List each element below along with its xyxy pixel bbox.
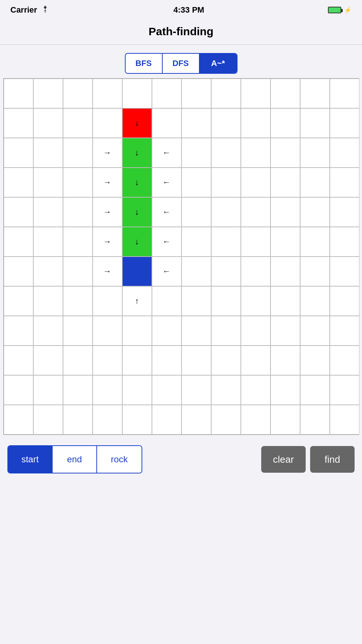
grid-cell[interactable] <box>241 79 270 108</box>
grid-cell[interactable] <box>270 227 300 257</box>
algo-btn-dfs[interactable]: DFS <box>163 54 200 73</box>
grid-cell[interactable] <box>33 405 63 435</box>
grid-cell[interactable] <box>241 168 270 197</box>
grid-cell[interactable] <box>182 79 211 108</box>
pathfinding-grid[interactable]: ↓→↓←→↓←→↓←→↓←→←↑ <box>3 78 359 435</box>
grid-cell[interactable] <box>270 346 300 375</box>
grid-cell[interactable] <box>4 375 33 405</box>
grid-cell[interactable] <box>182 138 211 168</box>
grid-cell[interactable] <box>122 405 152 435</box>
grid-cell[interactable] <box>152 79 182 108</box>
grid-cell[interactable]: ← <box>152 197 182 227</box>
grid-cell[interactable] <box>330 405 359 435</box>
grid-cell[interactable] <box>270 79 300 108</box>
grid-cell[interactable] <box>211 346 241 375</box>
grid-cell[interactable] <box>33 138 63 168</box>
algo-btn-astar[interactable]: A~* <box>200 54 237 73</box>
grid-cell[interactable] <box>152 375 182 405</box>
grid-cell[interactable] <box>270 108 300 138</box>
grid-cell[interactable] <box>182 316 211 346</box>
grid-cell[interactable] <box>182 168 211 197</box>
grid-cell[interactable] <box>241 346 270 375</box>
grid-cell[interactable] <box>330 197 359 227</box>
grid-cell[interactable] <box>300 108 330 138</box>
grid-cell[interactable] <box>152 108 182 138</box>
grid-cell[interactable] <box>33 257 63 286</box>
grid-cell[interactable] <box>211 316 241 346</box>
grid-cell[interactable] <box>211 227 241 257</box>
grid-cell[interactable]: → <box>93 197 122 227</box>
grid-cell[interactable] <box>122 346 152 375</box>
grid-cell[interactable] <box>4 316 33 346</box>
grid-cell[interactable] <box>93 405 122 435</box>
mode-btn-rock[interactable]: rock <box>97 446 142 473</box>
clear-button[interactable]: clear <box>261 446 306 473</box>
grid-cell[interactable]: ↓ <box>122 138 152 168</box>
grid-cell[interactable] <box>122 316 152 346</box>
grid-cell[interactable] <box>63 138 93 168</box>
grid-cell[interactable] <box>330 257 359 286</box>
grid-cell[interactable] <box>270 138 300 168</box>
grid-cell[interactable] <box>4 108 33 138</box>
grid-cell[interactable] <box>300 346 330 375</box>
find-button[interactable]: find <box>310 446 355 473</box>
grid-cell[interactable]: ← <box>152 168 182 197</box>
grid-cell[interactable] <box>152 316 182 346</box>
grid-cell[interactable] <box>152 286 182 316</box>
grid-cell[interactable] <box>270 168 300 197</box>
grid-cell[interactable]: ↓ <box>122 227 152 257</box>
grid-cell[interactable] <box>300 168 330 197</box>
grid-cell[interactable] <box>63 197 93 227</box>
grid-cell[interactable] <box>330 138 359 168</box>
grid-cell[interactable]: ↓ <box>122 197 152 227</box>
grid-cell[interactable]: → <box>93 138 122 168</box>
grid-cell[interactable] <box>300 197 330 227</box>
grid-cell[interactable] <box>211 286 241 316</box>
grid-cell[interactable] <box>63 375 93 405</box>
grid-cell[interactable] <box>182 405 211 435</box>
grid-cell[interactable] <box>330 286 359 316</box>
grid-cell[interactable] <box>93 346 122 375</box>
grid-cell[interactable] <box>33 227 63 257</box>
grid-cell[interactable] <box>33 168 63 197</box>
grid-cell[interactable] <box>270 197 300 227</box>
grid-cell[interactable]: ← <box>152 257 182 286</box>
grid-cell[interactable] <box>270 405 300 435</box>
grid-cell[interactable] <box>330 168 359 197</box>
grid-cell[interactable] <box>241 197 270 227</box>
grid-cell[interactable] <box>330 79 359 108</box>
grid-cell[interactable] <box>241 375 270 405</box>
grid-cell[interactable]: → <box>93 227 122 257</box>
grid-cell[interactable] <box>122 257 152 286</box>
grid-cell[interactable] <box>63 346 93 375</box>
grid-cell[interactable] <box>4 138 33 168</box>
grid-cell[interactable] <box>270 316 300 346</box>
grid-cell[interactable] <box>241 405 270 435</box>
grid-cell[interactable] <box>182 227 211 257</box>
grid-cell[interactable] <box>182 286 211 316</box>
grid-cell[interactable] <box>330 375 359 405</box>
grid-cell[interactable] <box>4 286 33 316</box>
grid-cell[interactable] <box>122 79 152 108</box>
grid-cell[interactable] <box>63 79 93 108</box>
grid-cell[interactable] <box>330 108 359 138</box>
grid-cell[interactable] <box>211 138 241 168</box>
grid-cell[interactable] <box>330 346 359 375</box>
grid-cell[interactable] <box>122 375 152 405</box>
grid-cell[interactable] <box>33 286 63 316</box>
grid-cell[interactable] <box>33 375 63 405</box>
grid-cell[interactable] <box>182 346 211 375</box>
grid-cell[interactable]: ↑ <box>122 286 152 316</box>
grid-cell[interactable] <box>241 108 270 138</box>
grid-cell[interactable] <box>63 286 93 316</box>
grid-cell[interactable] <box>4 346 33 375</box>
grid-cell[interactable]: ↓ <box>122 108 152 138</box>
grid-cell[interactable] <box>211 405 241 435</box>
grid-cell[interactable] <box>211 375 241 405</box>
grid-cell[interactable] <box>63 168 93 197</box>
grid-cell[interactable] <box>300 375 330 405</box>
grid-cell[interactable] <box>300 286 330 316</box>
grid-cell[interactable] <box>33 79 63 108</box>
grid-cell[interactable] <box>182 375 211 405</box>
mode-btn-end[interactable]: end <box>53 446 97 473</box>
